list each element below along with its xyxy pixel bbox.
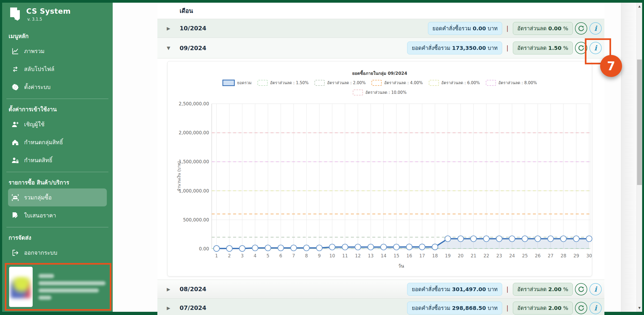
total-orders-badge: ยอดคำสั่งซื้อรวม 301,497.00 บาท <box>407 283 502 296</box>
svg-text:12: 12 <box>355 253 361 258</box>
legend-swatch-dashed <box>429 80 439 86</box>
discount-rate-badge: อัตราส่วนลด 2.00 % <box>513 302 573 314</box>
user-info-blurred-line <box>39 288 99 292</box>
discount-rate-badge: อัตราส่วนลด 1.50 % <box>513 42 573 54</box>
month-row-08/2024[interactable]: ▶08/2024ยอดคำสั่งซื้อรวม 301,497.00 บาท|… <box>157 280 604 298</box>
discount-rate-badge: อัตราส่วนลด 2.00 % <box>513 283 573 296</box>
sidebar-item-home-lock[interactable]: กำหนดกลุ่มสิทธิ์ <box>8 133 107 151</box>
vertical-scrollbar[interactable]: ▲ ▼ <box>637 3 642 312</box>
svg-text:23: 23 <box>496 253 502 258</box>
svg-text:7: 7 <box>292 253 295 258</box>
sidebar-item-user-plus[interactable]: เชิญผู้ใช้ <box>8 115 107 133</box>
month-rows: ▶10/2024ยอดคำสั่งซื้อรวม 0.00 บาท|อัตราส… <box>157 19 604 315</box>
svg-text:20: 20 <box>458 253 464 258</box>
user-plus-icon <box>11 120 19 128</box>
svg-text:19: 19 <box>445 253 451 258</box>
sidebar-item-swap-profile[interactable]: สลับโปรไฟล์ <box>8 60 107 78</box>
svg-text:25: 25 <box>522 253 528 258</box>
sidebar-section: รายการซื้อ สินค้า/บริการรวมกลุ่มซื้อใบเส… <box>6 172 108 227</box>
app-title: CS System <box>26 7 71 15</box>
svg-text:0.00: 0.00 <box>199 246 209 251</box>
user-profile-card[interactable] <box>5 263 111 311</box>
month-row-10/2024[interactable]: ▶10/2024ยอดคำสั่งซื้อรวม 0.00 บาท|อัตราส… <box>157 19 604 38</box>
sidebar-item-user-lock[interactable]: กำหนดสิทธิ์ <box>8 151 107 169</box>
sidebar-item-line-chart[interactable]: ภาพรวม <box>8 42 107 60</box>
legend-item-threshold-3[interactable]: อัตราส่วนลด : 6.00% <box>429 80 480 86</box>
sidebar-item-label: เชิญผู้ใช้ <box>24 120 44 129</box>
svg-text:16: 16 <box>406 253 412 258</box>
month-list: เดือน ▶10/2024ยอดคำสั่งซื้อรวม 0.00 บาท|… <box>157 3 604 315</box>
legend-item-threshold-0[interactable]: อัตราส่วนลด : 1.50% <box>257 80 309 86</box>
sidebar-item-quotation-doc[interactable]: ใบเสนอราคา <box>8 206 107 224</box>
refresh-button[interactable] <box>575 22 587 35</box>
info-button[interactable]: i <box>589 22 602 35</box>
refresh-button[interactable] <box>575 302 587 314</box>
scrollbar-thumb[interactable] <box>637 60 642 185</box>
svg-text:15: 15 <box>393 253 399 258</box>
legend-item-total[interactable]: ยอดรวม <box>222 80 252 86</box>
month-row-09/2024[interactable]: ▼09/2024ยอดคำสั่งซื้อรวม 173,350.00 บาท|… <box>157 38 604 58</box>
scroll-down-arrow-icon[interactable]: ▼ <box>637 305 642 311</box>
sidebar-item-label: ภาพรวม <box>24 47 44 55</box>
total-orders-badge: ยอดคำสั่งซื้อรวม 0.00 บาท <box>428 22 502 35</box>
svg-text:2,500,000.00: 2,500,000.00 <box>179 101 209 106</box>
svg-text:18: 18 <box>432 253 438 258</box>
svg-text:5: 5 <box>267 253 270 258</box>
svg-text:6: 6 <box>279 253 282 258</box>
legend-item-threshold-2[interactable]: อัตราส่วนลด : 4.00% <box>372 80 423 86</box>
legend-item-threshold-4[interactable]: อัตราส่วนลด : 8.00% <box>486 80 537 86</box>
legend-swatch-total <box>222 80 235 86</box>
month-label: 09/2024 <box>180 45 206 51</box>
svg-text:22: 22 <box>483 253 489 258</box>
app-version: v. 3.1.5 <box>26 17 71 22</box>
svg-text:3: 3 <box>241 253 244 258</box>
info-button[interactable]: i <box>589 302 602 314</box>
scroll-up-arrow-icon[interactable]: ▲ <box>637 4 642 9</box>
svg-text:28: 28 <box>560 253 566 258</box>
chart-legend-row-1: ยอดรวมอัตราส่วนลด : 1.50%อัตราส่วนลด : 2… <box>168 80 592 86</box>
month-label: 07/2024 <box>180 305 206 311</box>
svg-text:17: 17 <box>419 253 425 258</box>
line-chart-icon <box>11 47 19 55</box>
svg-text:2,000,000.00: 2,000,000.00 <box>179 130 209 135</box>
expand-arrow-icon[interactable]: ▶ <box>157 26 180 31</box>
legend-swatch-dashed <box>315 80 325 86</box>
gear-icon <box>11 83 19 91</box>
collapse-arrow-icon[interactable]: ▼ <box>157 45 180 51</box>
user-info-redacted <box>39 271 107 303</box>
refresh-button[interactable] <box>575 42 587 54</box>
refresh-button[interactable] <box>575 283 587 295</box>
total-orders-badge: ยอดคำสั่งซื้อรวม 298,868.50 บาท <box>407 302 502 314</box>
sidebar-section-title: เมนูหลัก <box>9 32 107 40</box>
svg-text:14: 14 <box>381 253 387 258</box>
sidebar-item-label: สลับโปรไฟล์ <box>24 65 54 73</box>
info-button[interactable]: i <box>589 283 602 295</box>
expanded-chart-section: ยอดซื้อภายในกลุ่ม 09/2024ยอดรวมอัตราส่วน… <box>157 58 604 280</box>
info-button[interactable]: i <box>589 42 602 54</box>
sidebar-item-logout[interactable]: ออกจากระบบ <box>8 244 107 262</box>
svg-text:24: 24 <box>509 253 515 258</box>
sidebar-item-gear[interactable]: ตั้งค่าระบบ <box>8 78 107 96</box>
chart-legend-row-2: อัตราส่วนลด : 10.00% <box>168 89 592 96</box>
sidebar-item-label: ออกจากระบบ <box>24 248 57 257</box>
svg-text:30: 30 <box>586 253 592 258</box>
sidebar-section-title: รายการซื้อ สินค้า/บริการ <box>9 178 107 187</box>
legend-item-threshold-5[interactable]: อัตราส่วนลด : 10.00% <box>353 89 407 96</box>
svg-text:500,000.00: 500,000.00 <box>183 217 209 223</box>
user-photo-blurred <box>9 267 33 307</box>
logout-icon <box>11 249 19 257</box>
badge-separator: | <box>506 305 509 312</box>
month-label: 10/2024 <box>180 25 206 32</box>
expand-arrow-icon[interactable]: ▶ <box>157 287 180 292</box>
sidebar: CS System v. 3.1.5 เมนูหลักภาพรวมสลับโปร… <box>2 3 113 312</box>
sidebar-item-group-buy[interactable]: รวมกลุ่มซื้อ <box>8 188 107 206</box>
month-row-07/2024[interactable]: ▶07/2024ยอดคำสั่งซื้อรวม 298,868.50 บาท|… <box>157 298 604 315</box>
expand-arrow-icon[interactable]: ▶ <box>157 305 180 311</box>
svg-text:1,500,000.00: 1,500,000.00 <box>179 159 209 164</box>
legend-item-threshold-1[interactable]: อัตราส่วนลด : 2.00% <box>315 80 366 86</box>
chart-title: ยอดซื้อภายในกลุ่ม 09/2024 <box>168 70 592 77</box>
sidebar-item-label: กำหนดสิทธิ์ <box>24 156 52 165</box>
svg-text:29: 29 <box>573 253 579 258</box>
svg-text:8: 8 <box>305 253 308 258</box>
svg-text:4: 4 <box>254 253 257 258</box>
